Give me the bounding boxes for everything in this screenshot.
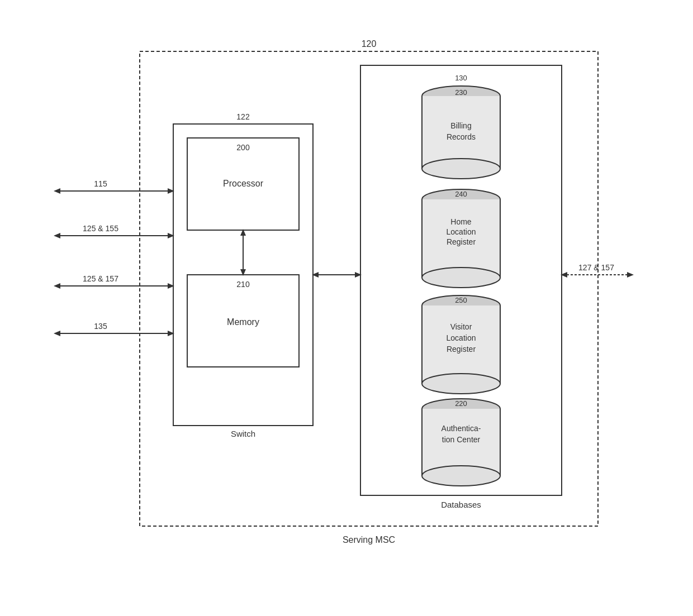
- hlr-label-3: Register: [447, 237, 476, 246]
- billing-inner-num: 230: [455, 88, 467, 97]
- svg-marker-45: [627, 272, 634, 278]
- svg-rect-9: [422, 96, 500, 169]
- svg-marker-33: [168, 188, 174, 194]
- vlr-label-3: Register: [447, 345, 476, 354]
- memory-num: 210: [236, 280, 250, 289]
- outer-label-bottom: Serving MSC: [343, 535, 395, 545]
- hlr-num: 240: [455, 190, 467, 198]
- svg-rect-0: [140, 51, 598, 526]
- outer-label-top: 120: [362, 39, 377, 49]
- hlr-label-2: Location: [447, 227, 476, 236]
- svg-rect-3: [187, 275, 299, 367]
- svg-marker-32: [54, 188, 60, 194]
- memory-label: Memory: [227, 317, 259, 327]
- svg-marker-39: [168, 283, 174, 289]
- hlr-label-1: Home: [450, 217, 472, 226]
- arrow-135-label: 135: [94, 322, 107, 331]
- svg-marker-38: [54, 283, 60, 289]
- svg-marker-6: [240, 269, 246, 276]
- ac-num: 220: [455, 399, 467, 408]
- svg-rect-19: [422, 305, 500, 384]
- processor-num: 200: [236, 143, 250, 152]
- arrow-125-155-label: 125 & 155: [83, 224, 118, 233]
- diagram: 120 Serving MSC 122 Switch 200 Processor…: [39, 35, 654, 582]
- databases-label: Databases: [441, 500, 481, 509]
- svg-marker-5: [240, 229, 246, 236]
- billing-outer-num: 130: [455, 74, 467, 82]
- svg-rect-24: [422, 409, 500, 476]
- ac-label-2: tion Center: [442, 435, 481, 444]
- svg-point-22: [422, 374, 500, 394]
- svg-point-18: [422, 295, 500, 316]
- svg-point-23: [422, 399, 500, 419]
- svg-marker-41: [54, 331, 60, 336]
- svg-marker-44: [561, 272, 567, 278]
- svg-marker-36: [168, 233, 174, 238]
- svg-marker-35: [54, 233, 60, 238]
- arrow-127-157-label: 127 & 157: [578, 263, 614, 272]
- svg-rect-1: [173, 124, 313, 426]
- arrow-125-157-label: 125 & 157: [83, 274, 118, 283]
- arrow-115-label: 115: [94, 179, 107, 188]
- svg-point-13: [422, 189, 500, 209]
- svg-marker-30: [355, 272, 362, 278]
- ac-label-1: Authentica-: [442, 424, 481, 433]
- svg-point-12: [422, 159, 500, 179]
- billing-label-1: Billing: [450, 121, 471, 130]
- vlr-label-1: Visitor: [450, 322, 472, 331]
- switch-bottom-label: Switch: [231, 429, 255, 438]
- switch-num-label: 122: [236, 112, 250, 121]
- svg-point-17: [422, 268, 500, 288]
- svg-point-27: [422, 466, 500, 486]
- svg-marker-29: [312, 272, 319, 278]
- billing-label-2: Records: [447, 132, 476, 141]
- svg-rect-7: [360, 65, 562, 495]
- svg-rect-14: [422, 199, 500, 278]
- svg-point-8: [422, 86, 500, 106]
- processor-label: Processor: [223, 179, 264, 188]
- vlr-num: 250: [455, 296, 467, 304]
- vlr-label-2: Location: [447, 333, 476, 342]
- svg-marker-42: [168, 331, 174, 336]
- svg-rect-2: [187, 138, 299, 230]
